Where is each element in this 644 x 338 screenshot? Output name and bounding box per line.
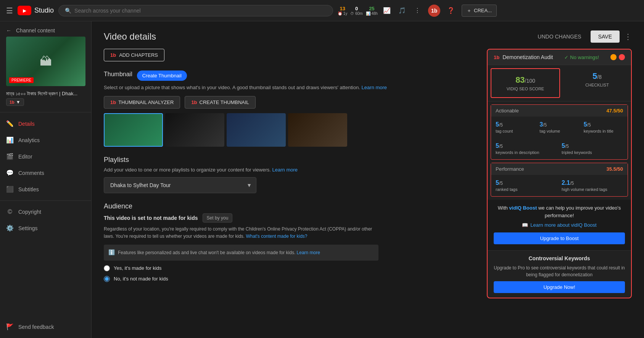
thumbnail-option-2[interactable] bbox=[165, 113, 224, 147]
sidebar-label-settings: Settings bbox=[18, 225, 38, 231]
thumbnail-image: 🏔 PREMIERE bbox=[6, 37, 85, 86]
sidebar-label-editor: Editor bbox=[18, 154, 32, 160]
settings-icon: ⚙️ bbox=[6, 224, 14, 232]
audit-close-buttons bbox=[610, 54, 625, 60]
user-avatar[interactable]: 1b bbox=[428, 5, 440, 17]
radio-yes-label: Yes, it's made for kids bbox=[114, 265, 162, 271]
playlist-select-wrapper: Dhaka to Sylhet Day Tour bbox=[104, 177, 256, 193]
audience-section: Audience This video is set to not made f… bbox=[104, 202, 478, 282]
sidebar: ← Channel content 🏔 PREMIERE মাত্র ১৫০০ … bbox=[0, 21, 92, 338]
audience-learn-more-link[interactable]: Learn more bbox=[297, 250, 320, 255]
learn-boost-link[interactable]: 📖 Learn more about vidIQ Boost bbox=[494, 222, 625, 228]
radio-yes-input[interactable] bbox=[104, 265, 110, 271]
stat-48h-label: 📊 48h bbox=[366, 11, 378, 16]
audit-minimize-button[interactable] bbox=[610, 54, 617, 60]
radio-no[interactable]: No, it's not made for kids bbox=[104, 276, 478, 282]
right-panel: 1b Demonetization Audit ✓ No warnings! bbox=[487, 49, 632, 298]
sidebar-item-settings[interactable]: ⚙️ Settings bbox=[0, 220, 91, 236]
sidebar-item-comments[interactable]: 💬 Comments bbox=[0, 165, 91, 181]
hamburger-icon[interactable]: ☰ bbox=[6, 6, 13, 15]
thumbnail-analyzer-button[interactable]: 1b THUMBNAIL ANALYZER bbox=[104, 96, 180, 109]
thumbnail-grid bbox=[104, 113, 478, 147]
audit-close-button[interactable] bbox=[619, 54, 625, 60]
stat-timer-value: 0 bbox=[355, 6, 358, 11]
details-body: 1b ADD CHAPTERS Thumbnail Create Thumbna… bbox=[92, 49, 644, 311]
radio-no-label: No, it's not made for kids bbox=[114, 276, 168, 282]
search-bar[interactable]: 🔍 bbox=[58, 5, 333, 16]
vidiq-icon: 1b bbox=[10, 100, 14, 104]
thumbnail-section: Thumbnail Create Thumbnail Select or upl… bbox=[104, 70, 478, 147]
not-for-kids-label: This video is set to not made for kids bbox=[104, 215, 198, 221]
comments-icon: 💬 bbox=[6, 169, 14, 176]
playlists-learn-more[interactable]: Learn more bbox=[272, 167, 298, 173]
search-input[interactable] bbox=[74, 8, 327, 14]
stat-videos: 13 ⏰ 1y bbox=[338, 6, 347, 16]
sidebar-item-copyright[interactable]: © Copyright bbox=[0, 204, 91, 220]
info-icon: ℹ️ bbox=[108, 249, 115, 256]
playlist-select[interactable]: Dhaka to Sylhet Day Tour bbox=[104, 177, 256, 193]
menu-icon[interactable]: ⋮ bbox=[411, 5, 423, 17]
more-options-button[interactable]: ⋮ bbox=[624, 32, 632, 41]
info-text: Features like personalized ads and live … bbox=[118, 249, 320, 256]
sidebar-item-details[interactable]: ✏️ Details bbox=[0, 115, 91, 132]
actionable-metrics: 5/5 tag count 3/5 tag volume 5/5 keyword… bbox=[491, 117, 628, 138]
no-warnings-badge: ✓ No warnings! bbox=[564, 54, 599, 60]
page-header: Video details UNDO CHANGES SAVE ⋮ bbox=[92, 21, 644, 49]
sidebar-label-feedback: Send feedback bbox=[18, 324, 54, 330]
create-thumbnail-button[interactable]: Create Thumbnail bbox=[137, 70, 187, 81]
vidiq-create-icon: 1b bbox=[191, 99, 197, 105]
add-chapters-button[interactable]: 1b ADD CHAPTERS bbox=[104, 49, 164, 61]
radio-yes[interactable]: Yes, it's made for kids bbox=[104, 265, 478, 271]
video-info: মাত্র ১৫০০ টাকায় সিলেট ভ্রমণ | Dhak... … bbox=[0, 91, 91, 109]
upgrade-now-button[interactable]: Upgrade Now! bbox=[494, 281, 625, 293]
save-button[interactable]: SAVE bbox=[591, 30, 620, 43]
seo-score-label: VIDIQ SEO SCORE bbox=[497, 87, 553, 91]
sidebar-divider bbox=[0, 112, 91, 112]
metric-ranked-tags: 5/5 ranked tags bbox=[496, 179, 557, 192]
audience-title: Audience bbox=[104, 202, 478, 210]
copyright-icon: © bbox=[6, 208, 14, 215]
performance-label: Performance bbox=[496, 166, 524, 172]
thumbnail-option-1[interactable] bbox=[104, 113, 163, 147]
stat-videos-value: 13 bbox=[340, 6, 345, 11]
bar-chart-icon[interactable]: 📈 bbox=[381, 5, 393, 17]
back-button[interactable]: ← Channel content bbox=[0, 24, 91, 37]
playlists-title: Playlists bbox=[104, 156, 478, 164]
seo-score-main[interactable]: 83/100 VIDIQ SEO SCORE bbox=[491, 68, 560, 98]
radio-no-input[interactable] bbox=[104, 276, 110, 282]
music-icon[interactable]: 🎵 bbox=[396, 5, 408, 17]
help-icon[interactable]: ❓ bbox=[445, 5, 457, 17]
app-logo: Studio bbox=[18, 6, 54, 15]
sidebar-item-analytics[interactable]: 📊 Analytics bbox=[0, 132, 91, 148]
sidebar-item-subtitles[interactable]: ⬛ Subtitles bbox=[0, 181, 91, 197]
thumbnail-option-4[interactable] bbox=[288, 113, 347, 147]
sidebar-label-analytics: Analytics bbox=[18, 137, 40, 143]
thumbnail-option-3[interactable] bbox=[227, 113, 286, 147]
not-for-kids-status: This video is set to not made for kids S… bbox=[104, 213, 478, 223]
sidebar-label-subtitles: Subtitles bbox=[18, 186, 39, 192]
youtube-icon bbox=[18, 6, 31, 15]
sidebar-item-editor[interactable]: 🎬 Editor bbox=[0, 148, 91, 165]
vidiq-badge[interactable]: 1b ▼ bbox=[6, 98, 24, 106]
create-thumbnail-btn-2[interactable]: 1b CREATE THUMBNAIL bbox=[185, 96, 255, 109]
controversial-description: Upgrade to Pro to see controversial keyw… bbox=[494, 264, 625, 278]
metric-tag-volume: 3/5 tag volume bbox=[539, 121, 579, 133]
audit-panel: 1b Demonetization Audit ✓ No warnings! bbox=[487, 49, 632, 298]
boost-learn-icon: 📖 bbox=[522, 222, 528, 228]
sidebar-item-send-feedback[interactable]: 🚩 Send feedback bbox=[0, 319, 91, 335]
app-name: Studio bbox=[34, 6, 54, 14]
thumbnail-learn-more-link[interactable]: Learn more bbox=[362, 85, 387, 90]
actionable-metrics-row2: 5/5 keywords in description 5/5 tripled … bbox=[491, 138, 628, 159]
sidebar-label-comments: Comments bbox=[18, 170, 44, 176]
whats-content-link[interactable]: What's content made for kids? bbox=[246, 234, 308, 239]
video-thumbnail-preview: 🏔 PREMIERE bbox=[0, 37, 91, 91]
thumbnail-section-label: Thumbnail bbox=[104, 71, 132, 78]
checklist-score[interactable]: 5/8 CHECKLIST bbox=[563, 65, 631, 101]
upgrade-to-boost-button[interactable]: Upgrade to Boost bbox=[494, 232, 625, 244]
create-button[interactable]: ＋ CREA... bbox=[462, 5, 497, 17]
metric-high-volume-tags: 2.1/5 high volume ranked tags bbox=[562, 179, 623, 192]
stat-timer: 0 ⏱ 60m bbox=[350, 6, 362, 16]
analytics-icon: 📊 bbox=[6, 136, 14, 144]
undo-changes-button[interactable]: UNDO CHANGES bbox=[533, 31, 586, 42]
audit-header-left: 1b Demonetization Audit bbox=[494, 54, 553, 60]
